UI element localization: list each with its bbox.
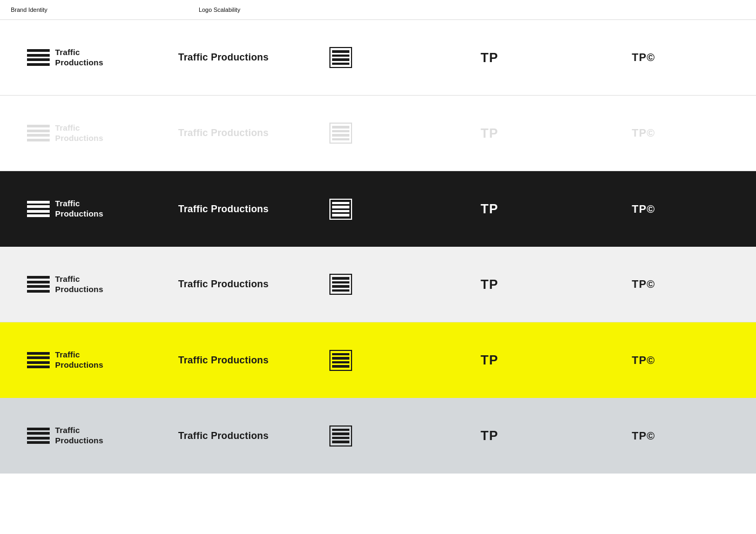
brand-identity-label: Brand Identity [11,6,48,13]
cell-abbr-copy-faded: TP© [605,111,756,156]
logo-wordmark-text-lgray: TrafficProductions [55,274,103,295]
cell-icon-faded [302,106,454,160]
icon-line-3 [27,210,50,213]
icon-line-1 [332,50,349,53]
row-silvergray: TrafficProductions Traffic Productions T… [0,398,756,474]
logo-text-only-lgray: Traffic Productions [178,279,268,290]
cell-text-faded: Traffic Productions [151,111,302,155]
icon-line-4 [27,63,50,66]
icon-line-1 [332,277,349,280]
logo-icon-only-yellow [329,350,352,371]
icon-line-2 [332,432,349,435]
logo-icon-lgray [27,276,50,293]
logo-abbr-copy-white: TP© [632,51,655,64]
row-black: TrafficProductions Traffic Productions T… [0,171,756,247]
logo-text-only-black: Traffic Productions [178,204,268,215]
logo-wordmark-text-yellow: TrafficProductions [55,350,103,370]
page-header: Brand Identity Logo Scalability [0,0,756,20]
icon-line-4 [27,441,50,444]
logo-wordmark-text-black: TrafficProductions [55,199,103,219]
logo-icon-only-sgray [329,425,352,447]
cell-abbr-sgray: TP [454,412,605,459]
icon-line-1 [27,276,50,279]
icon-line-2 [27,356,50,359]
icon-line-3 [332,285,349,288]
icon-line-3 [27,134,50,137]
cell-text-white: Traffic Productions [151,36,302,79]
icon-line-2 [332,357,349,360]
cell-wordmark-sgray: TrafficProductions [0,409,151,462]
icon-line-2 [332,130,349,133]
row-lightgray: TrafficProductions Traffic Productions T… [0,247,756,322]
logo-scalability-label: Logo Scalability [199,6,240,13]
icon-line-1 [332,429,349,431]
icon-line-3 [27,285,50,288]
cell-abbr-copy-white: TP© [605,35,756,80]
logo-abbr-copy-sgray: TP© [632,430,655,442]
cell-text-lgray: Traffic Productions [151,262,302,306]
logo-abbr-sgray: TP [481,428,498,443]
icon-line-4 [332,138,349,141]
icon-line-4 [332,289,349,292]
logo-wordmark-text-sgray: TrafficProductions [55,425,103,446]
icon-line-3 [27,437,50,440]
logo-icon-only-lgray [329,274,352,295]
icon-line-4 [332,365,349,368]
icon-line-2 [27,130,50,132]
logo-abbr-white: TP [481,50,498,65]
cell-abbr-faded: TP [454,110,605,157]
logo-abbr-copy-faded: TP© [632,127,655,139]
icon-line-3 [332,361,349,364]
icon-line-3 [27,58,50,61]
logo-text-only-sgray: Traffic Productions [178,430,268,442]
logo-wordmark-black: TrafficProductions [27,199,103,219]
icon-line-2 [332,206,349,208]
logo-abbr-black: TP [481,201,498,217]
logo-abbr-faded: TP [481,126,498,141]
row-yellow: TrafficProductions Traffic Productions T… [0,322,756,398]
logo-icon-yellow [27,352,50,369]
icon-line-4 [27,290,50,293]
cell-icon-white [302,31,454,84]
logo-wordmark-white: TrafficProductions [27,48,103,68]
row-faded: TrafficProductions Traffic Productions T… [0,96,756,171]
logo-wordmark-faded: TrafficProductions [27,123,103,144]
icon-line-1 [27,201,50,204]
cell-icon-black [302,182,454,236]
icon-line-4 [27,366,50,368]
cell-abbr-copy-lgray: TP© [605,262,756,307]
cell-abbr-copy-yellow: TP© [605,338,756,383]
logo-icon-black [27,201,50,218]
logo-text-only-faded: Traffic Productions [178,127,268,139]
logo-wordmark-text-white: TrafficProductions [55,48,103,68]
logo-abbr-copy-black: TP© [632,203,655,215]
cell-wordmark-yellow: TrafficProductions [0,334,151,387]
logo-abbr-lgray: TP [481,277,498,292]
icon-line-1 [332,126,349,129]
logo-icon-only-white [329,47,352,68]
logo-abbr-copy-lgray: TP© [632,278,655,290]
icon-line-4 [27,139,50,141]
cell-wordmark-faded: TrafficProductions [0,107,151,160]
logo-wordmark-lgray: TrafficProductions [27,274,103,295]
logo-icon-only-black [329,199,352,220]
icon-line-2 [27,281,50,283]
cell-text-yellow: Traffic Productions [151,339,302,382]
cell-abbr-copy-black: TP© [605,187,756,232]
icon-line-3 [332,210,349,213]
icon-line-1 [27,428,50,430]
icon-line-2 [332,281,349,284]
icon-line-3 [332,58,349,61]
icon-line-1 [27,49,50,52]
icon-line-1 [332,353,349,356]
cell-abbr-black: TP [454,185,605,233]
cell-icon-yellow [302,334,454,387]
cell-abbr-yellow: TP [454,336,605,384]
icon-line-1 [27,125,50,127]
cell-wordmark-lgray: TrafficProductions [0,258,151,311]
row-white: TrafficProductions Traffic Productions T… [0,20,756,96]
logo-abbr-copy-yellow: TP© [632,354,655,367]
logo-icon-only-faded [329,123,352,144]
cell-text-black: Traffic Productions [151,187,302,231]
logo-abbr-yellow: TP [481,353,498,368]
